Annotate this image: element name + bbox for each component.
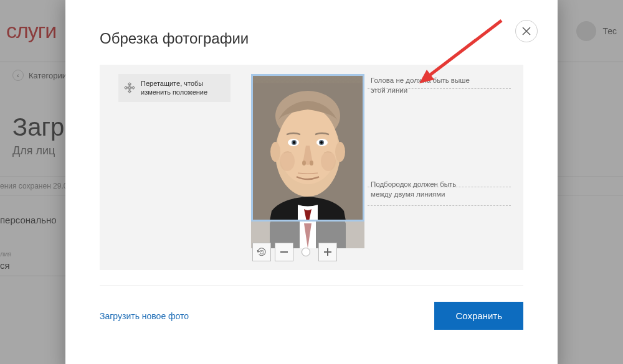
guide-line-chin-lower xyxy=(368,205,511,206)
upload-new-link[interactable]: Загрузить новое фото xyxy=(100,311,189,321)
rotate-icon xyxy=(256,246,267,258)
plus-icon xyxy=(323,247,333,257)
move-icon xyxy=(123,82,136,94)
crop-area: Перетащите, чтобы изменить положение xyxy=(100,65,523,270)
svg-point-15 xyxy=(280,151,295,171)
rotate-button[interactable] xyxy=(252,243,271,261)
drag-hint: Перетащите, чтобы изменить положение xyxy=(118,74,231,102)
save-button[interactable]: Сохранить xyxy=(434,302,523,330)
svg-point-11 xyxy=(293,141,295,144)
svg-point-17 xyxy=(270,142,280,162)
svg-point-16 xyxy=(321,151,336,171)
crop-controls xyxy=(252,243,337,261)
zoom-slider[interactable] xyxy=(297,243,315,261)
svg-point-13 xyxy=(302,161,306,166)
svg-point-12 xyxy=(320,141,323,144)
crop-modal: Обрезка фотографии Перетащите, чтобы изм… xyxy=(65,0,558,364)
annotation-chin: Подбородок должен быть между двумя линия… xyxy=(371,180,477,199)
slider-knob[interactable] xyxy=(302,248,310,256)
svg-rect-21 xyxy=(280,251,288,253)
svg-point-6 xyxy=(278,107,338,184)
close-icon xyxy=(522,27,531,35)
modal-footer: Загрузить новое фото Сохранить xyxy=(100,286,523,330)
zoom-in-button[interactable] xyxy=(318,243,337,261)
svg-point-18 xyxy=(335,142,345,162)
annotation-head: Голова не должна быть выше этой линии xyxy=(371,76,477,95)
crop-selection[interactable] xyxy=(251,74,364,222)
svg-point-14 xyxy=(310,161,313,166)
svg-point-20 xyxy=(261,251,262,253)
close-button[interactable] xyxy=(515,20,538,42)
zoom-out-button[interactable] xyxy=(275,243,293,261)
photo-container[interactable] xyxy=(251,74,364,248)
drag-hint-text: Перетащите, чтобы изменить положение xyxy=(141,79,223,97)
photo-face xyxy=(253,83,363,222)
svg-rect-23 xyxy=(327,248,328,256)
modal-title: Обрезка фотографии xyxy=(100,30,523,47)
minus-icon xyxy=(279,247,289,257)
